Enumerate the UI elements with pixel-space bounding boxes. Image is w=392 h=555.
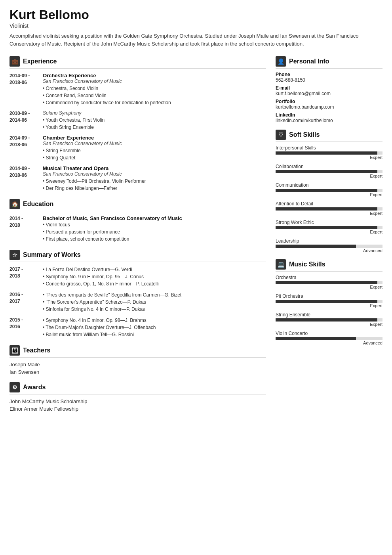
works-entries: 2017 - 2018La Forza Del Destino Overture… <box>10 266 266 338</box>
skill-bar-fill <box>276 170 377 173</box>
education-icon: 🏠 <box>10 199 20 209</box>
skill-name: Violin Concerto <box>276 331 382 336</box>
exp-list: Violin focusPursued a passion for perfor… <box>43 221 266 243</box>
exp-detail: La Forza Del Destino Overture—G. VerdiSy… <box>43 266 266 287</box>
skill-level: Expert <box>276 230 382 234</box>
skill-bar-bg <box>276 226 382 229</box>
list-item: Pursued a passion for performance <box>43 228 266 235</box>
exp-title: Orchestra Experience <box>43 73 266 78</box>
teachers-label: Teachers <box>23 347 50 354</box>
info-value: kurtbellomo.bandcamp.com <box>276 104 382 110</box>
skill-row: LeadershipAdvanced <box>276 238 382 253</box>
awards-icon: ⚙ <box>10 382 20 392</box>
exp-org: San Francisco Conservatory of Music <box>43 141 266 146</box>
list-item: Der Ring des Nibelungen—Fafner <box>43 185 266 192</box>
skill-bar-fill <box>276 151 377 155</box>
list-item: "The Sorcerer's Apprentice" Scherzo—P. D… <box>43 299 266 306</box>
skill-bar-fill <box>276 281 377 284</box>
skill-bar-fill <box>276 245 356 248</box>
info-label: E-mail <box>276 85 382 91</box>
skill-name: Collaboration <box>276 164 382 169</box>
education-header: 🏠 Education <box>10 199 266 211</box>
list-item: Concert Band, Second Violin <box>43 92 266 99</box>
list-item: Ballet music from William Tell—G. Rossin… <box>43 331 266 338</box>
personal-info-header: 👤 Personal Info <box>276 56 382 69</box>
resume-page: Kurt Bellomo Violinist Accomplished viol… <box>0 0 392 427</box>
skill-row: OrchestraExpert <box>276 275 382 289</box>
music-skills-bars: OrchestraExpertPit OrchestraExpertString… <box>276 275 382 345</box>
skill-row: CommunicationExpert <box>276 182 382 197</box>
soft-skills-bars: Interpersonal SkillsExpertCollaborationE… <box>276 145 382 253</box>
skill-row: String EnsembleExpert <box>276 312 382 327</box>
teacher-name: Joseph Maile <box>10 362 266 367</box>
skill-row: Attention to DetailExpert <box>276 201 382 216</box>
exp-list: Symphony No. 4 in E minor, Op. 98—J. Bra… <box>43 317 266 338</box>
exp-detail: Chamber ExperienceSan Francisco Conserva… <box>43 135 266 161</box>
experience-entries: 2014-09 - 2018-06Orchestra ExperienceSan… <box>10 73 266 192</box>
exp-title: Chamber Experience <box>43 135 266 141</box>
candidate-name: Kurt Bellomo <box>10 8 382 22</box>
teachers-section: 👪 Teachers Joseph MaileIan Swensen <box>10 345 266 375</box>
exp-detail: Orchestra ExperienceSan Francisco Conser… <box>43 73 266 106</box>
teachers-header: 👪 Teachers <box>10 345 266 358</box>
personal-info-label: Personal Info <box>289 58 329 65</box>
list-item: String Quartet <box>43 154 266 161</box>
list-item: Violin focus <box>43 221 266 228</box>
music-skills-section: 💻 Music Skills OrchestraExpertPit Orches… <box>276 259 382 345</box>
skill-level: Expert <box>276 211 382 216</box>
exp-entry: 2014-09 - 2018-06Chamber ExperienceSan F… <box>10 135 266 161</box>
award-name: John McCarthy Music Scholarship <box>10 398 266 404</box>
exp-date: 2015 - 2016 <box>10 317 38 338</box>
info-label: Portfolio <box>276 99 382 104</box>
exp-date: 2010-09 - 2014-06 <box>10 110 38 131</box>
exp-org: San Francisco Conservatory of Music <box>43 171 266 177</box>
list-item: Sinfonia for Strings No. 4 in C minor—P.… <box>43 306 266 313</box>
exp-detail: Solano SymphonyYouth Orchestra, First Vi… <box>43 110 266 131</box>
list-item: Youth Orchestra, First Violin <box>43 117 266 124</box>
info-label: Phone <box>276 72 382 77</box>
exp-org: Solano Symphony <box>43 110 266 116</box>
skill-bar-fill <box>276 337 356 340</box>
list-item: La Forza Del Destino Overture—G. Verdi <box>43 266 266 273</box>
soft-skills-header: ♡ Soft Skills <box>276 130 382 142</box>
exp-list: Sweeney Todd—Pit Orchestra, Violin Perfo… <box>43 178 266 192</box>
list-item: Commended by conductor twice for dedicat… <box>43 99 266 106</box>
list-item: The Drum-Major's Daughter Overture—J. Of… <box>43 324 266 331</box>
exp-detail: "Pres des remparts de Seville" Segedilla… <box>43 291 266 313</box>
list-item: String Ensemble <box>43 147 266 154</box>
exp-entry: 2010-09 - 2014-06Solano SymphonyYouth Or… <box>10 110 266 131</box>
info-label: LinkedIn <box>276 112 382 118</box>
skill-level: Expert <box>276 192 382 197</box>
skill-bar-bg <box>276 151 382 155</box>
exp-entry: 2014-09 - 2018-06Orchestra ExperienceSan… <box>10 73 266 106</box>
exp-list: Youth Orchestra, First ViolinYouth Strin… <box>43 117 266 131</box>
exp-date: 2017 - 2018 <box>10 266 38 287</box>
experience-header: 💼 Experience <box>10 56 266 69</box>
skill-level: Expert <box>276 303 382 308</box>
soft-skills-icon: ♡ <box>276 130 286 140</box>
skill-bar-fill <box>276 300 377 303</box>
skill-name: Orchestra <box>276 275 382 280</box>
exp-entry: 2015 - 2016Symphony No. 4 in E minor, Op… <box>10 317 266 338</box>
skill-level: Expert <box>276 155 382 160</box>
music-skills-header: 💻 Music Skills <box>276 259 382 272</box>
info-item: Phone562-688-8150 <box>276 72 382 83</box>
skill-name: Pit Orchestra <box>276 293 382 299</box>
exp-date: 2014-09 - 2018-06 <box>10 73 38 106</box>
exp-list: La Forza Del Destino Overture—G. VerdiSy… <box>43 266 266 287</box>
personal-info-fields: Phone562-688-8150E-mailkurt.f.bellomo@gm… <box>276 72 382 123</box>
skill-bar-fill <box>276 189 377 192</box>
skill-bar-fill <box>276 226 377 229</box>
list-item: Concerto grosso, Op. 1, No. 8 in F minor… <box>43 280 266 287</box>
works-header: ☆ Summary of Works <box>10 250 266 262</box>
candidate-title: Violinist <box>10 23 382 29</box>
skill-bar-bg <box>276 318 382 322</box>
skill-level: Expert <box>276 285 382 289</box>
exp-list: String EnsembleString Quartet <box>43 147 266 161</box>
personal-info-section: 👤 Personal Info Phone562-688-8150E-mailk… <box>276 56 382 123</box>
education-entries: 2014 - 2018Bachelor of Music, San Franci… <box>10 215 266 243</box>
education-section: 🏠 Education 2014 - 2018Bachelor of Music… <box>10 199 266 243</box>
teachers-list: Joseph MaileIan Swensen <box>10 362 266 375</box>
teachers-icon: 👪 <box>10 345 20 356</box>
main-content: 💼 Experience 2014-09 - 2018-06Orchestra … <box>10 56 382 419</box>
